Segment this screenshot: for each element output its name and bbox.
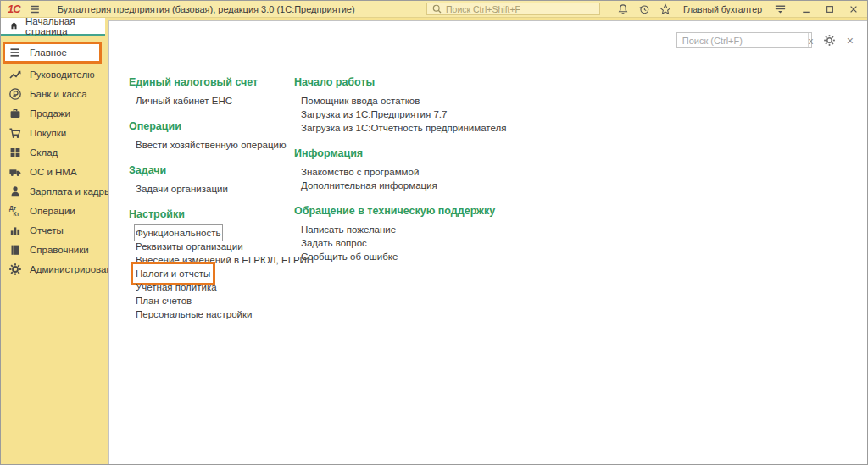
- link-rekvizity-organizatsii[interactable]: Реквизиты организации: [136, 240, 243, 253]
- link-nalogi-i-otchety[interactable]: Налоги и отчеты: [136, 267, 210, 280]
- gear-icon: [8, 263, 22, 276]
- ruble-circle-icon: [8, 87, 22, 101]
- sidebar-item-operatsii[interactable]: ДтКт Операции: [1, 201, 108, 220]
- sidebar-item-label: Отчеты: [30, 225, 64, 235]
- sidebar-item-sklad[interactable]: Склад: [1, 142, 108, 162]
- link-lichnyi-kabinet-ens[interactable]: Личный кабинет ЕНС: [136, 94, 232, 108]
- sidebar-item-label: Покупки: [30, 128, 66, 138]
- section-operatsii: Операции Ввести хозяйственную операцию: [129, 120, 314, 152]
- section-title: Единый налоговый счет: [129, 76, 314, 88]
- link-dopolnitelnaya-informatsiya[interactable]: Дополнительная информация: [301, 179, 437, 192]
- section-title: Начало работы: [294, 76, 506, 88]
- sidebar-item-administrirovanie[interactable]: Администрирование: [1, 259, 108, 279]
- window-title: Бухгалтерия предприятия (базовая), редак…: [58, 4, 355, 14]
- sidebar-item-os-i-nma[interactable]: ОС и НМА: [1, 162, 108, 181]
- page-close-icon[interactable]: ×: [847, 34, 854, 47]
- link-napisat-pozhelanie[interactable]: Написать пожелание: [301, 223, 396, 236]
- home-page-panel: x × Единый налоговый счет Личный кабинет…: [108, 20, 867, 464]
- link-zadat-vopros[interactable]: Задать вопрос: [301, 236, 367, 250]
- briefcase-icon: [8, 107, 22, 120]
- sidebar-item-rukovoditelyu[interactable]: Руководителю: [1, 64, 108, 84]
- book-icon: [8, 243, 22, 257]
- truck-icon: [8, 165, 22, 179]
- page-search-clear-icon[interactable]: x: [808, 33, 814, 47]
- sidebar-item-otchety[interactable]: Отчеты: [1, 220, 108, 240]
- link-plan-schetov[interactable]: План счетов: [136, 294, 192, 307]
- 1c-logo: 1С: [8, 3, 20, 15]
- sidebar-item-pokupki[interactable]: Покупки: [1, 123, 108, 142]
- section-title: Обращение в техническую поддержку: [294, 205, 506, 217]
- global-search-placeholder: Поиск Ctrl+Shift+F: [446, 4, 520, 14]
- section-zadachi: Задачи Задачи организации: [129, 164, 314, 196]
- link-pomoshchnik-vvoda-ostatkov[interactable]: Помощник ввода остатков: [301, 94, 420, 108]
- content-column-left: Единый налоговый счет Личный кабинет ЕНС…: [129, 76, 314, 334]
- service-menu-icon[interactable]: [773, 3, 787, 16]
- link-zagruzka-iz-77[interactable]: Загрузка из 1С:Предприятия 7.7: [301, 108, 447, 121]
- section-nachalo-raboty: Начало работы Помощник ввода остатков За…: [294, 76, 506, 135]
- link-vvesti-khoz-operatsiyu[interactable]: Ввести хозяйственную операцию: [136, 138, 287, 152]
- debit-credit-icon: ДтКт: [8, 204, 22, 218]
- page-settings-gear-icon[interactable]: [823, 34, 836, 47]
- page-search-input[interactable]: [677, 33, 808, 47]
- sidebar-item-zarplata-i-kadry[interactable]: Зарплата и кадры: [1, 181, 108, 201]
- sidebar: Главное Руководителю Банк и касса Продаж…: [1, 38, 108, 464]
- sidebar-item-label: Зарплата и кадры: [30, 186, 111, 197]
- titlebar: 1С Бухгалтерия предприятия (базовая), ре…: [1, 1, 867, 18]
- svg-text:Кт: Кт: [14, 211, 19, 217]
- search-icon: [431, 3, 442, 14]
- sidebar-item-spravochniki[interactable]: Справочники: [1, 240, 108, 259]
- section-title: Задачи: [129, 164, 314, 176]
- home-icon: [9, 20, 19, 31]
- sidebar-item-label: Руководителю: [30, 69, 95, 80]
- content-column-right: Начало работы Помощник ввода остатков За…: [294, 76, 506, 276]
- sidebar-item-label: Операции: [30, 206, 75, 216]
- minimize-button[interactable]: [799, 3, 813, 16]
- sidebar-item-label: Продажи: [30, 108, 70, 119]
- left-panel: Начальная страница Главное Руководителю …: [1, 18, 108, 464]
- content-toolbar: x ×: [676, 32, 854, 48]
- link-personalnye-nastroiki[interactable]: Персональные настройки: [136, 307, 252, 321]
- section-tekhpodderzhka: Обращение в техническую поддержку Написа…: [294, 205, 506, 263]
- sidebar-item-prodazhi[interactable]: Продажи: [1, 103, 108, 123]
- section-title: Операции: [129, 120, 314, 132]
- app-window: 1С Бухгалтерия предприятия (базовая), ре…: [0, 0, 868, 465]
- global-search-input[interactable]: Поиск Ctrl+Shift+F: [426, 3, 600, 15]
- section-nastroiki: Настройки Функциональность Реквизиты орг…: [129, 208, 314, 321]
- favorites-star-icon[interactable]: [659, 3, 672, 16]
- section-informatsiya: Информация Знакомство с программой Допол…: [294, 147, 506, 192]
- sidebar-item-label: Банк и касса: [30, 89, 87, 99]
- current-user-label[interactable]: Главный бухгалтер: [683, 4, 762, 14]
- person-icon: [8, 185, 22, 198]
- link-zagruzka-iz-otchetnost[interactable]: Загрузка из 1С:Отчетность предпринимател…: [301, 121, 506, 135]
- sidebar-item-bank-i-kassa[interactable]: Банк и касса: [1, 84, 108, 103]
- section-ens: Единый налоговый счет Личный кабинет ЕНС: [129, 76, 314, 108]
- link-uchetnaya-politika[interactable]: Учетная политика: [136, 280, 217, 294]
- notifications-bell-icon[interactable]: [616, 3, 630, 16]
- link-soobshchit-ob-oshibke[interactable]: Сообщить об ошибке: [301, 250, 398, 263]
- sidebar-item-label: Склад: [30, 147, 58, 158]
- menu-lines-icon: [8, 46, 22, 59]
- sidebar-item-label: Справочники: [30, 245, 89, 255]
- trend-arrow-icon: [8, 68, 22, 81]
- section-title: Настройки: [129, 208, 314, 220]
- bar-chart-icon: [8, 224, 22, 237]
- tab-home-page[interactable]: Начальная страница: [1, 18, 105, 36]
- sidebar-item-label: ОС и НМА: [30, 167, 77, 177]
- link-znakomstvo-s-programmoi[interactable]: Знакомство с программой: [301, 165, 419, 179]
- section-title: Информация: [294, 147, 506, 159]
- history-icon[interactable]: [637, 3, 651, 16]
- main-menu-icon[interactable]: [28, 3, 42, 16]
- close-button[interactable]: [847, 3, 860, 16]
- sidebar-item-glavnoe[interactable]: Главное: [3, 42, 102, 64]
- sidebar-item-label: Главное: [30, 47, 67, 58]
- cart-icon: [8, 126, 22, 140]
- link-funktsionalnost[interactable]: Функциональность: [136, 226, 221, 240]
- link-zadachi-organizatsii[interactable]: Задачи организации: [136, 182, 228, 196]
- tab-home-label: Начальная страница: [25, 16, 105, 36]
- page-search: x: [676, 32, 812, 48]
- link-vnesenie-izmenenii-egrul[interactable]: Внесение изменений в ЕГРЮЛ, ЕГРИП: [136, 253, 314, 267]
- maximize-button[interactable]: [823, 3, 837, 16]
- boxes-grid-icon: [8, 146, 22, 159]
